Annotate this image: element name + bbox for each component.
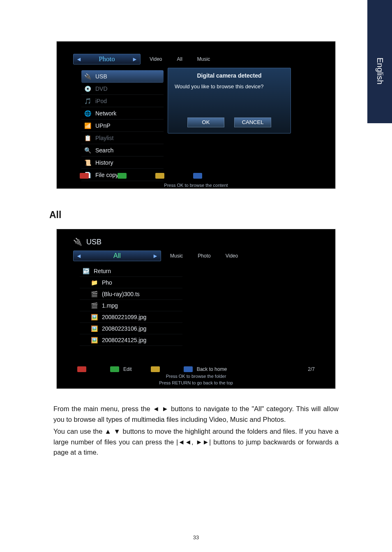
playlist-icon: 📋 [84, 134, 91, 142]
return-icon: ↩️ [82, 267, 90, 275]
section-heading-all: All [49, 209, 339, 221]
ipod-icon: 🎵 [84, 97, 91, 105]
ok-button[interactable]: OK [187, 117, 224, 127]
paragraph: From the main menu, press the ◄ ► button… [53, 404, 339, 425]
source-label: UPnP [95, 122, 111, 129]
selector-option: Video [220, 253, 244, 259]
detection-dialog: Digital camera detected Would you like t… [168, 68, 291, 133]
source-item-upnp[interactable]: 📶UPnP [81, 120, 164, 132]
video-icon: 🎬 [90, 290, 98, 298]
selector-option: Music [191, 56, 216, 62]
source-item-network[interactable]: 🌐Network [81, 107, 164, 120]
language-tab: English [367, 0, 392, 123]
file-label: (Blu-ray)300.ts [102, 291, 140, 297]
selector-option: Photo [192, 253, 216, 259]
yellow-key-icon [155, 173, 164, 179]
dialog-title: Digital camera detected [175, 72, 284, 79]
arrow-left-icon[interactable]: ◄ [74, 56, 84, 62]
usb-icon: 🔌 [73, 237, 82, 246]
arrow-left-icon[interactable]: ◄ [74, 253, 84, 259]
upnp-icon: 📶 [84, 122, 91, 129]
color-key-row [80, 173, 202, 179]
folder-icon: 📁 [90, 279, 98, 286]
source-item-history[interactable]: 📜History [81, 156, 164, 169]
hint-text: Press OK to browse the folder Press RETU… [57, 373, 335, 386]
list-item-video[interactable]: 🎬(Blu-ray)300.ts [80, 288, 182, 300]
image-icon: 🖼️ [90, 325, 98, 332]
screenshot-photo-dialog: ◄ Photo ► Video All Music 🔌USB 💿DVD 🎵iPo… [56, 41, 336, 189]
search-icon: 🔍 [84, 147, 91, 154]
paragraph: You can use the ▲ ▼ buttons to move the … [53, 426, 339, 458]
breadcrumb: 🔌 USB [73, 237, 101, 246]
selector-box[interactable]: ◄ All ► [73, 251, 161, 261]
source-label: Search [95, 147, 113, 154]
green-key-label: Edit [123, 366, 132, 372]
image-icon: 🖼️ [90, 313, 98, 321]
green-key-icon [110, 366, 119, 372]
selector-box[interactable]: ◄ Photo ► [73, 54, 141, 64]
breadcrumb-label: USB [86, 238, 101, 246]
arrow-right-icon[interactable]: ► [129, 56, 140, 62]
page-counter: 2/7 [308, 366, 315, 372]
footer-key-row: Edit Back to home 2/7 [77, 366, 315, 372]
red-key-icon [77, 366, 86, 372]
list-item-image[interactable]: 🖼️20080224125.jpg [80, 334, 182, 346]
file-label: Pho [102, 279, 112, 286]
source-label: USB [95, 73, 107, 80]
disc-icon: 💿 [84, 85, 91, 92]
red-key-icon [80, 173, 89, 179]
dialog-message: Would you like to browse this device? [175, 83, 284, 90]
selector-option: All [171, 56, 188, 62]
blue-key-icon [193, 173, 202, 179]
selector-option: Music [164, 253, 189, 259]
selector-label: Photo [84, 55, 129, 63]
file-label: 1.mpg [102, 302, 118, 309]
language-tab-label: English [375, 58, 385, 85]
list-item-image[interactable]: 🖼️20080223106.jpg [80, 323, 182, 334]
list-item-video[interactable]: 🎬1.mpg [80, 300, 182, 311]
source-label: Playlist [95, 135, 113, 141]
file-label: 20080223106.jpg [102, 325, 146, 332]
source-item-usb[interactable]: 🔌USB [81, 70, 164, 83]
source-label: iPod [95, 98, 107, 104]
screenshot-all-browser: 🔌 USB ◄ All ► Music Photo Video ↩️Return… [56, 229, 336, 389]
source-label: Network [95, 110, 116, 117]
list-item-folder[interactable]: 📁Pho [80, 277, 182, 288]
usb-icon: 🔌 [84, 73, 91, 80]
page-number: 33 [0, 534, 392, 540]
image-icon: 🖼️ [90, 336, 98, 344]
blue-key-icon [184, 366, 193, 372]
category-selector: ◄ All ► Music Photo Video [73, 251, 244, 261]
video-icon: 🎬 [90, 302, 98, 309]
source-label: History [95, 159, 113, 166]
history-icon: 📜 [84, 159, 91, 166]
green-key-icon [118, 173, 127, 179]
selector-label: All [84, 252, 150, 260]
source-item-dvd[interactable]: 💿DVD [81, 83, 164, 95]
network-icon: 🌐 [84, 110, 91, 117]
cancel-button[interactable]: CANCEL [234, 117, 271, 127]
source-list: 🔌USB 💿DVD 🎵iPod 🌐Network 📶UPnP 📋Playlist… [81, 70, 164, 181]
source-item-playlist[interactable]: 📋Playlist [81, 132, 164, 144]
file-label: Return [94, 268, 111, 274]
source-item-ipod[interactable]: 🎵iPod [81, 95, 164, 107]
blue-key-label: Back to home [197, 366, 227, 372]
selector-option: Video [144, 56, 168, 62]
list-item-image[interactable]: 🖼️20080221099.jpg [80, 311, 182, 323]
arrow-right-icon[interactable]: ► [150, 253, 161, 259]
file-label: 20080221099.jpg [102, 314, 146, 320]
file-list: ↩️Return 📁Pho 🎬(Blu-ray)300.ts 🎬1.mpg 🖼️… [80, 265, 182, 346]
list-item-return[interactable]: ↩️Return [80, 265, 182, 277]
hint-text: Press OK to browse the content [57, 183, 335, 188]
file-label: 20080224125.jpg [102, 337, 146, 343]
source-item-search[interactable]: 🔍Search [81, 144, 164, 156]
source-label: DVD [95, 85, 108, 92]
category-selector: ◄ Photo ► Video All Music [73, 54, 216, 64]
instruction-text: From the main menu, press the ◄ ► button… [53, 404, 339, 458]
yellow-key-icon [151, 366, 160, 372]
